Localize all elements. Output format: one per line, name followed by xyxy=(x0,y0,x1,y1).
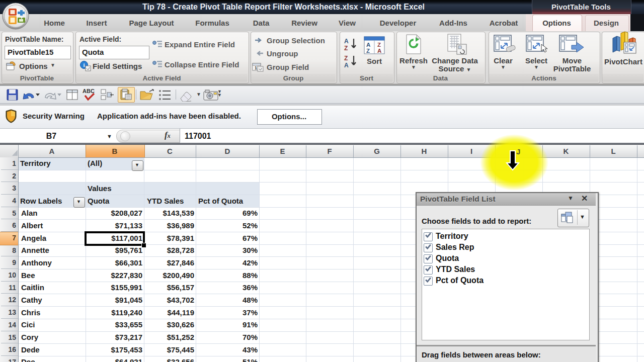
svg-text:A: A xyxy=(377,48,381,54)
svg-text:Z: Z xyxy=(344,45,348,51)
svg-text:ABC: ABC xyxy=(83,88,95,94)
svg-text:Z: Z xyxy=(366,48,370,54)
svg-text:A: A xyxy=(366,42,370,48)
svg-text:i: i xyxy=(83,62,85,68)
svg-text:Z: Z xyxy=(344,55,348,62)
svg-text:Z: Z xyxy=(377,42,381,48)
svg-text:A: A xyxy=(344,62,349,68)
svg-text:A: A xyxy=(344,38,349,45)
